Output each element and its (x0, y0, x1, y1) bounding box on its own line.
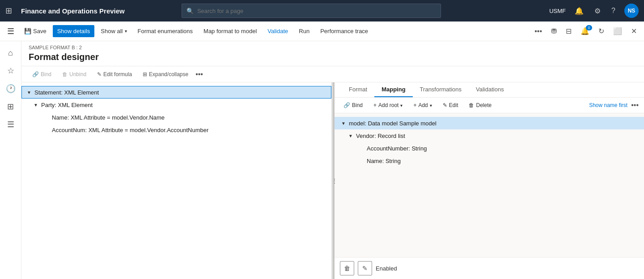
page-title: Format designer (29, 52, 637, 66)
show-name-first-button[interactable]: Show name first (589, 102, 627, 108)
bind-button[interactable]: 🔗 Bind (29, 69, 55, 79)
accountnumber-label: AccountNumber: String (367, 145, 427, 152)
columns-button[interactable]: ⊟ (562, 24, 575, 38)
edit-button[interactable]: ✎ Edit (439, 100, 462, 110)
performance-trace-button[interactable]: Performance trace (316, 25, 373, 37)
notification-badge-button[interactable]: 🔔 0 (577, 24, 593, 38)
name-label: Name: XML Attribute = model.Vendor.Name (52, 114, 165, 121)
puzzle-button[interactable]: ⛃ (547, 24, 560, 38)
bottom-edit-icon: ✎ (362, 265, 368, 272)
add-root-chevron: ▾ (400, 103, 402, 108)
main-layout: ⌂ ☆ 🕐 ⊞ ☰ SAMPLE FORMAT B : 2 Format des… (0, 41, 644, 279)
search-icon: 🔍 (186, 8, 194, 14)
breadcrumb: SAMPLE FORMAT B : 2 (29, 45, 637, 50)
help-icon-button[interactable]: ? (610, 5, 617, 17)
format-enumerations-button[interactable]: Format enumerations (133, 25, 198, 37)
add-plus-icon: + (413, 102, 416, 108)
expand-icon: ⊞ (143, 71, 147, 77)
search-input[interactable] (197, 8, 436, 14)
bottom-delete-icon: 🗑 (344, 265, 350, 272)
tree-node-name[interactable]: ▶ Name: XML Attribute = model.Vendor.Nam… (21, 111, 331, 124)
hamburger-icon[interactable]: ☰ (4, 25, 18, 38)
tree-node-accountnum[interactable]: ▶ AccountNum: XML Attribute = model.Vend… (21, 124, 331, 136)
show-details-label: Show details (57, 28, 90, 34)
party-expand-icon[interactable]: ▼ (32, 101, 39, 108)
mapping-more-button[interactable]: ••• (631, 101, 639, 109)
app-grid-icon[interactable]: ⊞ (5, 6, 12, 16)
model-node-accountnumber[interactable]: ▶ AccountNumber: String (335, 142, 644, 155)
refresh-button[interactable]: ↻ (595, 24, 608, 38)
formula-icon: ✎ (97, 71, 102, 77)
show-all-chevron: ▾ (125, 29, 127, 34)
enabled-label: Enabled (376, 265, 397, 272)
tab-transformations[interactable]: Transformations (413, 82, 469, 97)
expand-collapse-button[interactable]: ⊞ Expand/collapse (139, 69, 192, 79)
top-navigation: ⊞ Finance and Operations Preview 🔍 USMF … (0, 0, 644, 21)
show-all-button[interactable]: Show all ▾ (96, 25, 131, 37)
link-icon: 🔗 (32, 71, 39, 77)
edit-formula-button[interactable]: ✎ Edit formula (93, 69, 136, 79)
save-icon: 💾 (24, 28, 31, 34)
mapping-toolbar: 🔗 Bind + Add root ▾ + Add ▾ ✎ (335, 98, 644, 113)
open-new-button[interactable]: ⬜ (610, 24, 626, 38)
model-name-label: Name: String (367, 158, 401, 164)
settings-icon-button[interactable]: ⚙ (593, 5, 602, 17)
add-root-plus-icon: + (373, 102, 377, 108)
map-format-to-model-button[interactable]: Map format to model (199, 25, 261, 37)
sidebar-item-list[interactable]: ☰ (3, 116, 19, 133)
model-root-label: model: Data model Sample model (349, 120, 436, 127)
show-details-button[interactable]: Show details (53, 25, 95, 37)
left-sidebar: ⌂ ☆ 🕐 ⊞ ☰ (0, 41, 21, 279)
mapping-bind-button[interactable]: 🔗 Bind (340, 100, 366, 110)
vendor-expand-icon[interactable]: ▼ (347, 132, 354, 139)
split-pane: ▼ Statement: XML Element ▼ Party: XML El… (21, 82, 644, 279)
model-root-expand-icon[interactable]: ▼ (340, 120, 347, 127)
command-bar: ☰ 💾 Save Show details Show all ▾ Format … (0, 21, 644, 41)
avatar[interactable]: NS (624, 4, 639, 18)
save-button[interactable]: 💾 Save (20, 25, 51, 37)
statement-expand-icon[interactable]: ▼ (25, 89, 33, 96)
unbind-button[interactable]: 🗑 Unbind (59, 69, 90, 79)
unbind-icon: 🗑 (62, 71, 68, 77)
sidebar-item-workspaces[interactable]: ⊞ (3, 99, 19, 115)
search-bar[interactable]: 🔍 (182, 4, 441, 18)
sidebar-item-recent[interactable]: 🕐 (3, 81, 19, 97)
bottom-bar: 🗑 ✎ Enabled (335, 257, 644, 279)
bell-icon-button[interactable]: 🔔 (573, 5, 585, 17)
format-tree-pane: ▼ Statement: XML Element ▼ Party: XML El… (21, 82, 333, 279)
sidebar-item-home[interactable]: ⌂ (3, 45, 19, 61)
bottom-edit-button[interactable]: ✎ (358, 261, 372, 275)
model-node-vendor[interactable]: ▼ Vendor: Record list (335, 129, 644, 142)
add-root-button[interactable]: + Add root ▾ (370, 100, 406, 110)
delete-trash-icon: 🗑 (469, 102, 474, 108)
nav-right: USMF 🔔 ⚙ ? NS (549, 4, 639, 18)
pane-splitter[interactable] (333, 82, 335, 279)
statement-label: Statement: XML Element (34, 89, 99, 96)
run-button[interactable]: Run (294, 25, 314, 37)
command-bar-right-icons: ••• ⛃ ⊟ 🔔 0 ↻ ⬜ ✕ (531, 24, 640, 38)
model-node-root[interactable]: ▼ model: Data model Sample model (335, 117, 644, 129)
tabs-bar: Format Mapping Transformations Validatio… (335, 82, 644, 98)
sidebar-item-favorites[interactable]: ☆ (3, 63, 19, 79)
more-options-button[interactable]: ••• (531, 25, 546, 38)
model-node-name[interactable]: ▶ Name: String (335, 155, 644, 167)
add-chevron: ▾ (430, 103, 432, 108)
bottom-delete-button[interactable]: 🗑 (340, 261, 354, 275)
tab-validations[interactable]: Validations (469, 82, 511, 97)
mapping-link-icon: 🔗 (343, 102, 350, 108)
toolbar-more-button[interactable]: ••• (195, 70, 203, 78)
notification-count: 0 (586, 25, 592, 30)
tree-node-party[interactable]: ▼ Party: XML Element (21, 99, 331, 111)
edit-pencil-icon: ✎ (443, 102, 447, 108)
tab-mapping[interactable]: Mapping (374, 82, 412, 97)
validate-button[interactable]: Validate (263, 25, 292, 37)
delete-button[interactable]: 🗑 Delete (465, 100, 495, 110)
model-tree: ▼ model: Data model Sample model ▼ Vendo… (335, 113, 644, 257)
close-button[interactable]: ✕ (627, 24, 640, 38)
vendor-label: Vendor: Record list (356, 133, 405, 139)
app-title: Finance and Operations Preview (21, 7, 125, 15)
add-button[interactable]: + Add ▾ (410, 100, 435, 110)
tab-format[interactable]: Format (342, 82, 374, 97)
tree-node-statement[interactable]: ▼ Statement: XML Element (21, 86, 331, 99)
accountnum-label: AccountNum: XML Attribute = model.Vendor… (52, 127, 208, 133)
